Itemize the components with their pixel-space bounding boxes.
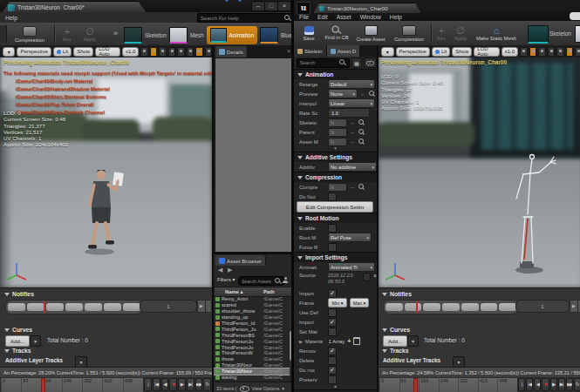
notify-segment[interactable] — [461, 303, 479, 311]
grid-snap-icon[interactable] — [168, 47, 175, 57]
compression-box[interactable]: N — [328, 183, 347, 192]
enable-root-motion-checkbox[interactable] — [328, 224, 337, 233]
lod-auto-button[interactable]: LOD Auto — [95, 47, 120, 57]
notify-segment[interactable] — [481, 303, 498, 311]
toolbar-overflow-chevrons[interactable]: » — [113, 29, 118, 37]
menu-help[interactable]: Help — [5, 15, 17, 21]
scale-icon[interactable] — [538, 47, 546, 57]
go-to-front-button[interactable]: |◀◀ — [518, 378, 525, 391]
play-reverse-button[interactable]: ◀ — [161, 378, 169, 391]
column-path[interactable]: Path — [263, 289, 275, 294]
root-motion-lock-dropdown[interactable]: Ref Pose — [328, 233, 372, 242]
minimize-button[interactable]: – — [251, 1, 265, 11]
apply-button[interactable]: ∅ Apply — [78, 24, 101, 44]
asset-list-row[interactable]: Tristan30Neur /Game/C — [214, 368, 290, 375]
notify-segment[interactable] — [123, 303, 140, 311]
camera-speed-icon[interactable] — [566, 47, 574, 57]
import-attributes-checkbox[interactable] — [328, 318, 337, 327]
do-not-import-checkbox[interactable] — [328, 366, 337, 375]
filters-button[interactable]: Filters ▾ — [217, 277, 235, 282]
left-viewport[interactable]: ▾ Perspective Lit Show LOD Auto x1.0 Pre… — [0, 45, 212, 287]
show-button[interactable]: Show — [73, 47, 93, 57]
rotation-snap-icon[interactable] — [177, 47, 184, 57]
left-document-tab[interactable]: Tristan30Neuron_Char00* — [2, 1, 147, 13]
notify-segment[interactable] — [442, 303, 460, 311]
find-in-cb-button[interactable]: Find in CB — [322, 23, 351, 44]
section-additive[interactable]: Additive Settings — [294, 152, 377, 162]
section-import-settings[interactable]: Import Settings — [294, 252, 377, 262]
close-button[interactable]: × — [277, 1, 291, 11]
section-compression[interactable]: Compression — [294, 172, 377, 182]
notifies-header[interactable]: Notifies — [382, 291, 412, 297]
maximize-viewport-icon[interactable] — [205, 47, 212, 57]
section-animation[interactable]: Animation — [294, 69, 377, 79]
go-to-front-button[interactable]: |◀◀ — [144, 378, 152, 391]
asset-list-row[interactable]: waving /Game/C — [214, 375, 290, 381]
view-options-label[interactable]: View Options — [252, 386, 280, 391]
right-timeline-ruler[interactable]: 083166249332415498 — [379, 377, 518, 392]
use-selected-icon[interactable]: ← — [350, 139, 356, 145]
rotate-icon[interactable] — [529, 47, 537, 57]
asset-list-row[interactable]: ThirdPersonJu /Game/C — [214, 344, 290, 350]
asset-list-row[interactable]: Tristan30Neur /Game/C — [214, 362, 290, 368]
asset-list-row[interactable]: shoulder_throw /Game/C — [214, 308, 290, 314]
skeleton-ref-box[interactable]: N — [328, 118, 347, 127]
asset-list-row[interactable]: throw /Game/C — [214, 356, 290, 362]
grid-snap-icon[interactable] — [548, 47, 556, 57]
record-button[interactable]: ● — [542, 378, 549, 391]
force-root-lock-checkbox[interactable] — [328, 243, 337, 252]
notify-segment[interactable] — [499, 303, 516, 311]
details-search-input[interactable]: Search — [297, 58, 350, 68]
curves-header[interactable]: Curves — [382, 327, 410, 333]
toolbar-cut-button[interactable] — [0, 25, 7, 43]
view-options-eye-icon[interactable] — [240, 386, 249, 392]
asset-details-tab[interactable]: Asset D — [327, 45, 361, 57]
asset-list-row[interactable]: ThirdPersonW /Game/C — [214, 350, 290, 356]
playback-speed-button[interactable]: x1.0 — [502, 47, 518, 57]
notify-segment[interactable] — [104, 303, 121, 311]
nav-forward-icon[interactable]: ▶ — [228, 267, 232, 274]
asset-list-row[interactable]: scared /Game/C — [214, 302, 290, 308]
menu-help[interactable]: Help — [390, 14, 402, 20]
play-button[interactable]: ▶ — [550, 378, 557, 391]
step-forward-button[interactable]: ▶| — [187, 378, 194, 391]
animation-length-dropdown[interactable]: Animated Ti — [328, 262, 375, 272]
retarget-dropdown[interactable]: Default — [328, 79, 375, 89]
use-selected-icon[interactable]: ← — [360, 91, 366, 98]
use-selected-icon[interactable]: ← — [350, 119, 356, 126]
skeleton-mode-icon[interactable] — [528, 25, 549, 44]
asset-list-row[interactable]: ThirdPerson_Id /Game/C — [214, 321, 290, 327]
preserve-local-checkbox[interactable] — [328, 375, 337, 384]
key-button[interactable]: + Key — [433, 23, 449, 44]
left-timeline-ruler[interactable]: 083166249332415498 — [0, 377, 144, 392]
help-search-input-cut[interactable] — [570, 12, 580, 20]
perspective-button[interactable]: Perspective — [396, 47, 430, 57]
nav-back-icon[interactable]: ◀ — [218, 267, 222, 274]
rotate-icon[interactable] — [150, 47, 157, 57]
expander-icon[interactable]: ▶ — [299, 339, 303, 344]
asset-list-row[interactable]: Remy_Anim /Game/C — [214, 296, 290, 302]
camera-speed-icon[interactable] — [195, 47, 202, 57]
use-selected-icon[interactable]: ← — [350, 129, 356, 136]
parent-ref-box[interactable]: N — [328, 128, 347, 137]
compression-button[interactable]: Compression — [390, 23, 428, 44]
viewport-options-dropdown[interactable]: ▾ — [3, 47, 15, 57]
notify-segment[interactable] — [85, 303, 102, 311]
scale-snap-icon[interactable] — [187, 47, 194, 57]
frame-min-button[interactable]: Min ▾ — [328, 298, 347, 308]
frame-max-button[interactable]: Max ▾ — [350, 298, 369, 308]
blueprint-mode-label[interactable]: Blueprint — [281, 32, 291, 38]
delete-existing-checkbox[interactable] — [328, 356, 337, 365]
tracks-header[interactable]: Tracks — [382, 348, 409, 354]
details-close-icon[interactable]: × — [287, 48, 290, 54]
maximize-button[interactable]: □ — [264, 1, 278, 11]
view-options-caret[interactable]: ▾ — [282, 386, 284, 391]
step-back-button[interactable]: |◀ — [153, 378, 160, 391]
browse-icon[interactable] — [358, 184, 365, 191]
step-forward-button[interactable]: ▶| — [558, 378, 565, 391]
asset-map-box[interactable]: N — [328, 138, 347, 146]
asset-browser-tab[interactable]: Asset Browser — [215, 255, 266, 266]
blueprint-mode-icon[interactable] — [260, 27, 278, 44]
delete-array-icon[interactable] — [353, 337, 360, 345]
skeleton-mode-label[interactable]: Skeleton — [549, 30, 571, 37]
